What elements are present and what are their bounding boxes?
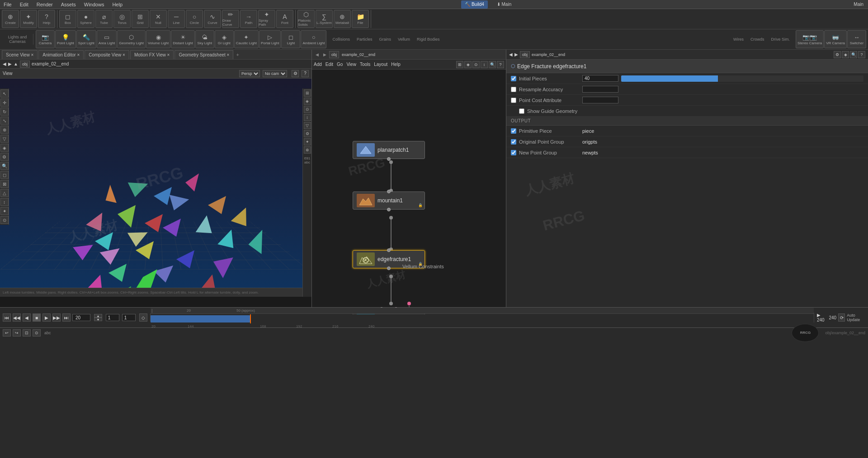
tl-play[interactable]: ▶ xyxy=(42,313,51,322)
viewport-canvas[interactable]: ↖ ✛ ↻ ⤡ ⊕ ▽ ◈ ⚙ 🔍 ◻ ⊠ △ ↕ ✦ ⊙ xyxy=(0,79,311,297)
back-btn-props[interactable]: ◀ xyxy=(509,52,513,57)
vr-icon3[interactable]: ⊙ xyxy=(304,106,311,113)
vr-icon2[interactable]: ◈ xyxy=(304,98,311,105)
ambient-light-btn[interactable]: ○Ambient Light xyxy=(301,30,326,48)
point-cost-input[interactable] xyxy=(582,97,618,103)
node-tool2[interactable]: ◈ xyxy=(464,61,472,68)
vr-icon5[interactable]: ▽ xyxy=(304,122,311,129)
node-edgefracture1[interactable]: edgefracture1 🔒 xyxy=(353,250,425,268)
tool11[interactable]: ⊠ xyxy=(0,180,9,188)
area-light-btn[interactable]: ▭Area Light xyxy=(97,30,117,48)
node-menu-add[interactable]: Add xyxy=(314,62,322,67)
point-light-btn[interactable]: 💡Point Light xyxy=(55,30,76,48)
tool9[interactable]: 🔍 xyxy=(0,162,9,170)
frame-down[interactable]: ▼ xyxy=(94,318,102,321)
scale-tool[interactable]: ⤡ xyxy=(0,117,9,125)
lsystem-btn[interactable]: ∑L-System xyxy=(316,10,333,28)
path-btn[interactable]: →Path xyxy=(240,10,257,28)
spot-light-btn[interactable]: 🔦Spot Light xyxy=(76,30,96,48)
vr-icon8[interactable]: ⊕ xyxy=(304,146,311,154)
vr-camera-btn[interactable]: 🥽VR Camera xyxy=(824,30,847,48)
timeline-playhead[interactable] xyxy=(250,314,251,323)
create-btn[interactable]: ⊕Create xyxy=(2,10,19,28)
circle-btn[interactable]: ○Circle xyxy=(186,10,203,28)
node-menu-help[interactable]: Help xyxy=(391,62,401,67)
caustic-light-btn[interactable]: ✦Caustic Light xyxy=(234,30,259,48)
resample-accuracy-checkbox[interactable] xyxy=(511,87,516,92)
metaball-btn[interactable]: ⊕Metaball xyxy=(334,10,351,28)
back-btn[interactable]: ◀ xyxy=(3,61,6,66)
fwd-btn-node[interactable]: ▶ xyxy=(321,52,328,57)
node-canvas[interactable]: planarpatch1 mountain1 🔒 xyxy=(312,70,506,317)
torus-btn[interactable]: ◎Torus xyxy=(113,10,131,28)
tool8[interactable]: ⚙ xyxy=(0,153,9,161)
tool10[interactable]: ◻ xyxy=(0,171,9,179)
line-btn[interactable]: ─Line xyxy=(168,10,185,28)
help-icon[interactable]: ? xyxy=(302,70,309,77)
gi-light-btn[interactable]: ◈GI Light xyxy=(215,30,234,48)
node-menu-go[interactable]: Go xyxy=(337,62,343,67)
forward-btn[interactable]: ▶ xyxy=(8,61,12,66)
node-menu-edit[interactable]: Edit xyxy=(326,62,333,67)
menu-render[interactable]: Render xyxy=(35,2,55,7)
menu-help[interactable]: Help xyxy=(110,2,124,7)
node-tool4[interactable]: ↕ xyxy=(481,61,488,68)
edgefracture1-output[interactable] xyxy=(387,266,391,270)
portal-light-btn[interactable]: ▷Portal Light xyxy=(259,30,281,48)
camera-btn[interactable]: 📷Camera xyxy=(36,30,55,48)
geometry-light-btn[interactable]: ⬡Geometry Light xyxy=(117,30,146,48)
initial-pieces-slider[interactable] xyxy=(621,75,863,82)
bt-snap[interactable]: ⊙ xyxy=(33,329,41,336)
tl-stop[interactable]: ■ xyxy=(33,313,41,322)
tool13[interactable]: ↕ xyxy=(0,198,9,206)
planarpatch1-output[interactable] xyxy=(387,157,391,161)
tool5[interactable]: ⊕ xyxy=(0,126,9,134)
tab-composite-view[interactable]: Composite View × xyxy=(85,50,129,59)
modify-btn[interactable]: ✦Modify xyxy=(20,10,37,28)
spray-path-btn[interactable]: ✦Spray Path xyxy=(258,10,275,28)
initial-pieces-input[interactable] xyxy=(582,75,618,82)
tl-skip-end[interactable]: ⏭ xyxy=(62,313,71,322)
keyframe-btn[interactable]: ◇ xyxy=(139,313,147,322)
node-menu-view[interactable]: View xyxy=(346,62,356,67)
tool15[interactable]: ⊙ xyxy=(0,216,9,224)
back-btn-node[interactable]: ◀ xyxy=(314,52,321,57)
font-btn[interactable]: AFont xyxy=(276,10,293,28)
tab-animation-editor[interactable]: Animation Editor × xyxy=(38,50,84,59)
help-btn[interactable]: ?Help xyxy=(38,10,55,28)
tool6[interactable]: ▽ xyxy=(0,135,9,143)
edgefracture1-input[interactable] xyxy=(387,248,391,252)
vr-icon4[interactable]: ↕ xyxy=(304,114,311,121)
stereo-camera-btn[interactable]: 📷📷Stereo Camera xyxy=(796,30,824,48)
node-tool6[interactable]: ? xyxy=(497,61,504,68)
tool7[interactable]: ◈ xyxy=(0,144,9,152)
rotate-tool[interactable]: ↻ xyxy=(0,107,9,116)
fwd-btn-props[interactable]: ▶ xyxy=(514,52,518,57)
menu-edit[interactable]: Edit xyxy=(18,2,30,7)
props-icon2[interactable]: ◈ xyxy=(842,51,849,58)
up-btn[interactable]: ▲ xyxy=(14,61,18,66)
vr-icon7[interactable]: ✦ xyxy=(304,138,311,145)
menu-assets[interactable]: Assets xyxy=(59,2,78,7)
node-planarpatch1[interactable]: planarpatch1 xyxy=(353,141,425,159)
camera-select[interactable]: Persp xyxy=(239,70,260,77)
menu-windows[interactable]: Windows xyxy=(82,2,106,7)
start-frame-input[interactable] xyxy=(106,314,119,321)
node-tool1[interactable]: ⊞ xyxy=(456,61,463,68)
auto-update-btn[interactable]: ⟳ xyxy=(838,313,845,322)
draw-curve-btn[interactable]: ✏Draw Curve xyxy=(222,10,239,28)
timeline-bar-row[interactable] xyxy=(151,314,814,323)
null-btn[interactable]: ✕Null xyxy=(150,10,167,28)
tab-geometry-spreadsheet[interactable]: Geometry Spreadsheet × xyxy=(175,50,233,59)
bt-undo[interactable]: ↩ xyxy=(3,329,11,336)
vr-icon1[interactable]: ⊞ xyxy=(304,89,311,97)
mountain1-output[interactable] xyxy=(387,208,391,211)
props-icon1[interactable]: ⚙ xyxy=(834,51,841,58)
frame-input[interactable] xyxy=(72,314,90,321)
select-tool[interactable]: ↖ xyxy=(0,89,9,98)
end-frame-input[interactable] xyxy=(122,314,136,321)
light-btn[interactable]: ◻Light xyxy=(281,30,300,48)
bt-grid[interactable]: ⊡ xyxy=(23,329,31,336)
bt-redo[interactable]: ↪ xyxy=(13,329,21,336)
add-tab-btn[interactable]: + xyxy=(236,52,239,57)
